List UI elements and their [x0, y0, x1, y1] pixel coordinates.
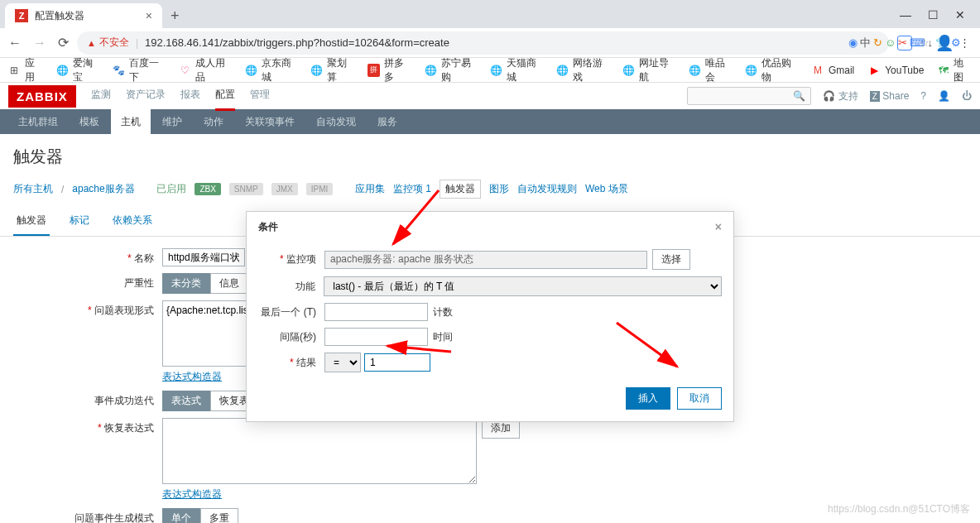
time-label: 时间: [433, 330, 453, 344]
last-input[interactable]: [324, 303, 428, 321]
insert-button[interactable]: 插入: [626, 387, 670, 410]
modal-title: 条件: [258, 220, 278, 234]
last-label: 最后一个 (T): [258, 305, 324, 319]
result-label: 结果: [258, 356, 324, 370]
interval-input[interactable]: [324, 328, 428, 346]
result-operator-select[interactable]: =: [324, 353, 361, 372]
modal-overlay: 条件 × 监控项 选择 功能 last() - 最后（最近）的 T 值 最后一个…: [0, 0, 980, 523]
watermark: https://blog.csdn.n@51CTO博客: [828, 502, 970, 516]
result-value-input[interactable]: [364, 353, 430, 372]
item-input: [324, 251, 647, 269]
count-label: 计数: [433, 305, 453, 319]
interval-label: 间隔(秒): [258, 330, 324, 344]
condition-modal: 条件 × 监控项 选择 功能 last() - 最后（最近）的 T 值 最后一个…: [246, 211, 734, 422]
select-button[interactable]: 选择: [652, 249, 690, 270]
function-label: 功能: [258, 280, 324, 294]
item-label: 监控项: [258, 252, 324, 266]
cancel-button[interactable]: 取消: [677, 387, 722, 410]
function-select[interactable]: last() - 最后（最近）的 T 值: [324, 276, 722, 296]
modal-close-icon[interactable]: ×: [715, 220, 722, 234]
